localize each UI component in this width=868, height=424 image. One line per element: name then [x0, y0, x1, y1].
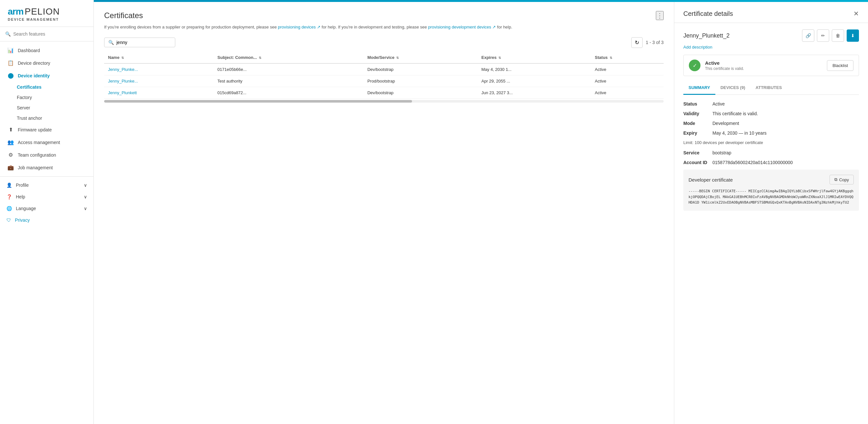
tab-summary[interactable]: SUMMARY — [683, 81, 715, 95]
cert-code-content: -----BEGIN CERTIFICATE----- MIICgzCCAimg… — [688, 188, 854, 205]
device-directory-icon: 📋 — [7, 60, 14, 66]
sidebar-sub-trust-anchor[interactable]: Trust anchor — [0, 113, 93, 123]
table-search-box: 🔍 — [104, 37, 175, 47]
sidebar-search-container: 🔍 — [0, 27, 93, 41]
delete-button[interactable]: 🗑 — [832, 29, 844, 42]
tab-attributes[interactable]: ATTRIBUTES — [750, 81, 787, 95]
tab-devices[interactable]: DEVICES (9) — [715, 81, 751, 95]
more-options-button[interactable]: ⋮ — [656, 11, 663, 20]
sidebar-item-firmware-update[interactable]: ⬆ Firmware update — [0, 123, 93, 136]
cert-subject-1: 0171e05b66e... — [213, 63, 364, 76]
detail-body: Status Active Validity This certificate … — [674, 95, 868, 217]
col-expires[interactable]: Expires ⇅ — [477, 52, 591, 63]
detail-tabs: SUMMARY DEVICES (9) ATTRIBUTES — [683, 81, 859, 95]
field-expiry: Expiry May 4, 2030 — in 10 years — [683, 131, 859, 136]
col-subject[interactable]: Subject: Common... ⇅ — [213, 52, 364, 63]
certs-header: Certificates ⋮ — [104, 11, 663, 20]
detail-actions: 🔗 ✏ 🗑 ⬇ — [802, 29, 859, 42]
content-area: Certificates ⋮ If you're enrolling devic… — [94, 2, 868, 424]
cert-status-1: Active — [591, 63, 663, 76]
table-search-input[interactable] — [117, 40, 171, 45]
download-button[interactable]: ⬇ — [847, 29, 859, 42]
language-icon: 🌐 — [6, 206, 12, 211]
cert-name-link-2[interactable]: Jenny_Plunke... — [108, 79, 138, 84]
detail-header: Certificate details ✕ — [674, 2, 868, 23]
table-row: Jenny_Plunke... 0171e05b66e... Dev/boots… — [104, 63, 663, 76]
sidebar-sub-factory[interactable]: Factory — [0, 92, 93, 103]
sidebar-item-help[interactable]: ❓ Help ∨ — [0, 191, 93, 203]
cert-name-link-3[interactable]: Jenny_Plunkett — [108, 90, 137, 95]
main-content: Certificates ⋮ If you're enrolling devic… — [94, 0, 868, 424]
table-toolbar: 🔍 ↻ 1 - 3 of 3 — [104, 37, 663, 48]
sidebar-item-label: Firmware update — [18, 127, 52, 132]
sidebar-item-device-identity[interactable]: ⬤ Device identity — [0, 69, 93, 82]
col-mode[interactable]: Mode/Service ⇅ — [364, 52, 478, 63]
sidebar-item-job-management[interactable]: 💼 Job management — [0, 161, 93, 174]
download-icon: ⬇ — [851, 33, 855, 38]
chevron-down-icon: ∨ — [84, 206, 87, 211]
close-detail-button[interactable]: ✕ — [854, 10, 859, 18]
nav-divider — [0, 176, 93, 177]
sidebar-item-device-directory[interactable]: 📋 Device directory — [0, 57, 93, 69]
status-card-sublabel: This certificate is valid. — [705, 66, 744, 71]
provisioning-devices-link[interactable]: provisioning devices ↗ — [278, 25, 320, 29]
horizontal-scrollbar[interactable] — [104, 100, 663, 103]
pagination-text: 1 - 3 of 3 — [646, 40, 663, 45]
scrollbar-thumb[interactable] — [104, 100, 412, 103]
sidebar-sub-server[interactable]: Server — [0, 103, 93, 113]
team-config-icon: ⚙ — [7, 152, 14, 158]
device-identity-icon: ⬤ — [7, 73, 14, 79]
cert-mode-3: Dev/bootstrap — [364, 87, 478, 98]
logo-arm: arm — [8, 6, 23, 17]
logo-pelion: PELION — [25, 6, 60, 17]
edit-button[interactable]: ✏ — [817, 29, 829, 42]
sidebar-item-language[interactable]: 🌐 Language ∨ — [0, 203, 93, 214]
sidebar-item-access-management[interactable]: 👥 Access management — [0, 136, 93, 148]
certs-description: If you're enrolling devices from a suppl… — [104, 24, 663, 31]
dev-cert-title: Developer certificate — [688, 177, 733, 182]
chevron-down-icon: ∨ — [84, 182, 87, 188]
dashboard-icon: 📊 — [7, 47, 14, 53]
blacklist-button[interactable]: Blacklist — [827, 60, 854, 71]
sidebar-item-dashboard[interactable]: 📊 Dashboard — [0, 44, 93, 57]
cert-expires-2: Apr 29, 2055 ... — [477, 75, 591, 87]
firmware-update-icon: ⬆ — [7, 126, 14, 133]
sort-icon: ⇅ — [259, 56, 261, 60]
sidebar-item-label: Job management — [18, 165, 53, 170]
sidebar-item-team-configuration[interactable]: ⚙ Team configuration — [0, 148, 93, 161]
sort-icon: ⇅ — [121, 56, 124, 60]
sidebar-item-label: Profile — [16, 182, 29, 188]
cert-status-2: Active — [591, 75, 663, 87]
privacy-icon: 🛡 — [6, 218, 11, 223]
search-icon: 🔍 — [5, 31, 11, 36]
cert-mode-2: Prod/bootstrap — [364, 75, 478, 87]
certificates-panel: Certificates ⋮ If you're enrolling devic… — [94, 2, 674, 424]
col-status[interactable]: Status ⇅ — [591, 52, 663, 63]
cert-name-link-1[interactable]: Jenny_Plunke... — [108, 67, 138, 72]
col-name[interactable]: Name ⇅ — [104, 52, 213, 63]
search-input[interactable] — [13, 31, 88, 36]
sidebar-item-label: Team configuration — [18, 152, 56, 158]
field-service: Service bootstrap — [683, 150, 859, 156]
edit-icon: ✏ — [821, 33, 825, 38]
add-description-link[interactable]: Add description — [683, 45, 712, 50]
sidebar-item-profile[interactable]: 👤 Profile ∨ — [0, 179, 93, 191]
sidebar-item-privacy[interactable]: 🛡 Privacy — [0, 214, 93, 226]
sort-icon: ⇅ — [498, 56, 501, 60]
link-button[interactable]: 🔗 — [802, 29, 814, 42]
access-management-icon: 👥 — [7, 139, 14, 145]
link-icon: 🔗 — [806, 33, 811, 38]
sidebar-item-label: Help — [16, 194, 25, 199]
sidebar-nav: 📊 Dashboard 📋 Device directory ⬤ Device … — [0, 41, 93, 424]
cert-subject-2: Test authority — [213, 75, 364, 87]
detail-name-row: Jenny_Plunkett_2 🔗 ✏ 🗑 ⬇ — [674, 23, 868, 42]
sidebar-item-label: Access management — [18, 140, 60, 145]
copy-button[interactable]: ⧉ Copy — [830, 175, 854, 185]
table-search-icon: 🔍 — [108, 40, 114, 45]
sidebar-sub-certificates[interactable]: Certificates — [0, 82, 93, 92]
profile-icon: 👤 — [6, 182, 12, 188]
provisioning-dev-devices-link[interactable]: provisioning development devices ↗ — [428, 25, 496, 29]
developer-certificate-box: Developer certificate ⧉ Copy -----BEGIN … — [683, 170, 859, 211]
certs-title: Certificates — [104, 11, 143, 20]
refresh-button[interactable]: ↻ — [631, 37, 643, 48]
